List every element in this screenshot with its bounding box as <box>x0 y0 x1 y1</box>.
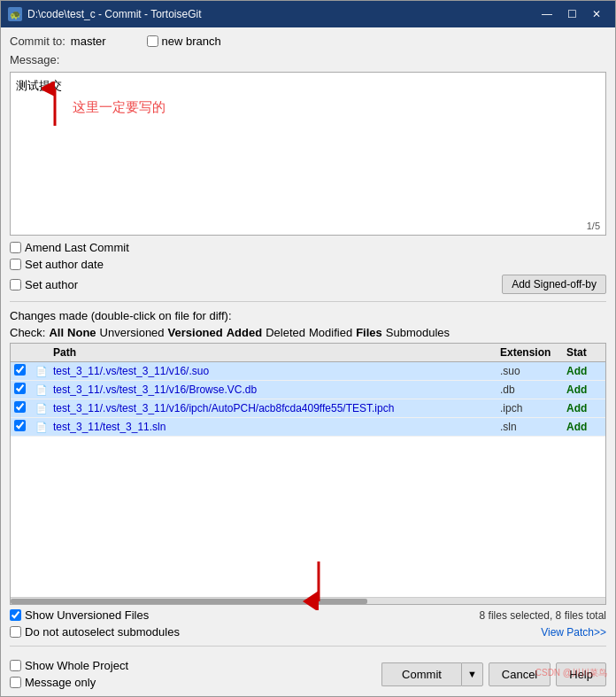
commit-to-label: Commit to: <box>10 35 65 48</box>
message-only-label: Message only <box>25 676 96 689</box>
set-author-date-checkbox[interactable] <box>10 259 21 270</box>
commit-button[interactable]: Commit <box>381 662 461 686</box>
app-icon: 🐢 <box>8 7 22 21</box>
message-only-group: Message only <box>10 676 128 689</box>
col-stat-header: Stat <box>566 346 602 359</box>
amend-group: Amend Last Commit <box>10 241 606 254</box>
bottom-left-checks: Show Whole Project Message only <box>10 659 128 689</box>
maximize-button[interactable]: ☐ <box>560 5 583 23</box>
show-whole-project-checkbox[interactable] <box>10 660 21 671</box>
col-path-header: Path <box>53 346 500 359</box>
commit-btn-group: Commit ▼ <box>381 662 483 686</box>
message-section: Message: <box>10 53 606 66</box>
options-section: Amend Last Commit Set author date Set au… <box>10 241 606 294</box>
changes-title: Changes made (double-click on file for d… <box>10 309 606 322</box>
file-path-3: test_3_11/.vs/test_3_11/v16/ipch/AutoPCH… <box>53 402 394 414</box>
do-not-autoselect-row: Do not autoselect submodules View Patch>… <box>10 625 606 639</box>
set-author-date-label: Set author date <box>25 258 104 271</box>
file-icon-2: 📄 <box>35 384 48 395</box>
check-added-link[interactable]: Added <box>227 326 262 339</box>
separator-2 <box>10 646 606 647</box>
branch-name: master <box>71 35 106 48</box>
bottom-buttons-row: Show Whole Project Message only Commit ▼… <box>10 659 606 689</box>
files-summary: 8 files selected, 8 files total <box>480 609 606 622</box>
bottom-action-buttons: Commit ▼ Cancel Help <box>381 662 606 686</box>
amend-checkbox[interactable] <box>10 242 21 253</box>
show-unversioned-checkbox[interactable] <box>10 609 21 621</box>
show-unversioned-row: Show Unversioned Files 8 files selected,… <box>10 608 606 622</box>
file-stat-4: Add <box>566 421 587 433</box>
files-table: Path Extension Stat 📄 test_3_11/.vs/test… <box>10 343 606 605</box>
set-author-row: Set author Add Signed-off-by <box>10 275 606 294</box>
file-path-1: test_3_11/.vs/test_3_11/v16/.suo <box>53 365 209 377</box>
file-ext-2: .db <box>500 383 515 396</box>
check-versioned-link[interactable]: Versioned <box>168 326 223 339</box>
file-checkbox-4[interactable] <box>14 420 26 431</box>
file-icon-3: 📄 <box>35 403 48 414</box>
set-author-label: Set author <box>25 278 78 291</box>
check-deleted-link[interactable]: Deleted <box>266 326 305 339</box>
check-files-link[interactable]: Files <box>356 326 382 339</box>
new-branch-group: new branch <box>147 35 221 48</box>
file-stat-1: Add <box>566 365 587 377</box>
titlebar-controls: — ☐ ✕ <box>535 5 608 23</box>
cancel-button[interactable]: Cancel <box>489 662 551 686</box>
separator-1 <box>10 301 606 302</box>
col-icon-header <box>35 346 53 359</box>
titlebar: 🐢 D:\code\test_c - Commit - TortoiseGit … <box>1 1 615 27</box>
check-modified-link[interactable]: Modified <box>309 326 352 339</box>
scrollbar-thumb[interactable] <box>11 599 367 604</box>
new-branch-label: new branch <box>162 35 221 48</box>
show-whole-project-label: Show Whole Project <box>25 659 128 672</box>
message-textarea[interactable]: 测试提交 <box>11 73 605 235</box>
window-title: D:\code\test_c - Commit - TortoiseGit <box>27 8 202 20</box>
message-label: Message: <box>10 53 606 66</box>
commit-dropdown-button[interactable]: ▼ <box>461 662 483 686</box>
file-ext-1: .suo <box>500 365 520 377</box>
file-path-4: test_3_11/test_3_11.sln <box>53 421 166 433</box>
titlebar-left: 🐢 D:\code\test_c - Commit - TortoiseGit <box>8 7 202 21</box>
check-unversioned-link[interactable]: Unversioned <box>100 326 165 339</box>
show-unversioned-group: Show Unversioned Files <box>10 608 149 622</box>
table-row[interactable]: 📄 test_3_11/.vs/test_3_11/v16/ipch/AutoP… <box>11 399 605 418</box>
col-check-header <box>14 346 35 359</box>
add-signed-off-button[interactable]: Add Signed-off-by <box>502 275 606 294</box>
check-all-link[interactable]: All <box>49 326 64 339</box>
close-button[interactable]: ✕ <box>585 5 608 23</box>
new-branch-checkbox[interactable] <box>147 35 158 47</box>
file-stat-3: Add <box>566 402 587 414</box>
amend-label: Amend Last Commit <box>25 241 129 254</box>
help-button[interactable]: Help <box>556 662 606 686</box>
set-author-checkbox[interactable] <box>10 279 21 290</box>
commit-to-row: Commit to: master new branch <box>10 35 606 48</box>
check-submodules-link[interactable]: Submodules <box>386 326 450 339</box>
main-window: 🐢 D:\code\test_c - Commit - TortoiseGit … <box>0 0 616 697</box>
file-checkbox-1[interactable] <box>14 364 26 376</box>
file-ext-4: .sln <box>500 421 517 433</box>
do-not-autoselect-label: Do not autoselect submodules <box>25 625 180 639</box>
table-row[interactable]: 📄 test_3_11/.vs/test_3_11/v16/Browse.VC.… <box>11 381 605 399</box>
set-author-group: Set author <box>10 278 78 291</box>
file-checkbox-3[interactable] <box>14 401 26 413</box>
message-container: 测试提交 这里一定要写的 1/5 <box>10 72 606 236</box>
file-stat-2: Add <box>566 383 587 396</box>
files-table-body: 📄 test_3_11/.vs/test_3_11/v16/.suo .suo … <box>11 362 605 597</box>
message-only-checkbox[interactable] <box>10 677 21 688</box>
view-patch-link[interactable]: View Patch>> <box>541 626 606 639</box>
table-row[interactable]: 📄 test_3_11/.vs/test_3_11/v16/.suo .suo … <box>11 362 605 381</box>
do-not-autoselect-group: Do not autoselect submodules <box>10 625 180 639</box>
col-ext-header: Extension <box>500 346 566 359</box>
file-path-2: test_3_11/.vs/test_3_11/v16/Browse.VC.db <box>53 383 257 396</box>
file-icon-4: 📄 <box>35 422 48 432</box>
show-whole-project-group: Show Whole Project <box>10 659 128 672</box>
check-label: Check: <box>10 326 45 339</box>
bottom-options: Show Unversioned Files 8 files selected,… <box>10 608 606 639</box>
do-not-autoselect-checkbox[interactable] <box>10 626 21 638</box>
file-icon-1: 📄 <box>35 366 48 376</box>
minimize-button[interactable]: — <box>535 5 558 23</box>
table-row[interactable]: 📄 test_3_11/test_3_11.sln .sln Add <box>11 418 605 437</box>
check-none-link[interactable]: None <box>67 326 96 339</box>
horizontal-scrollbar[interactable] <box>11 597 605 604</box>
set-author-date-group: Set author date <box>10 258 606 271</box>
file-checkbox-2[interactable] <box>14 383 26 394</box>
